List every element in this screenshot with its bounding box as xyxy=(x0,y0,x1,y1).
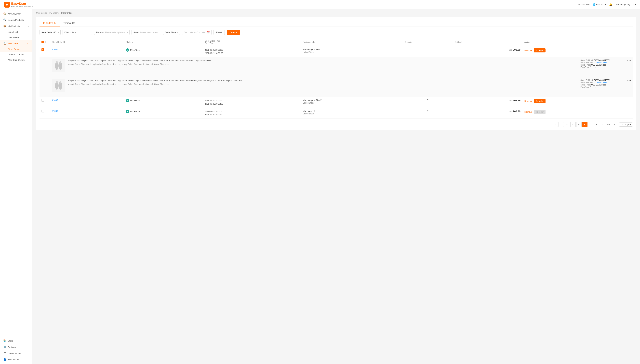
user-menu[interactable]: Marymarymary Lee ▾ xyxy=(616,3,636,6)
bell-icon: 🔔 xyxy=(609,3,612,6)
order-id-link[interactable]: #1009 xyxy=(52,48,58,51)
breadcrumb-user-center[interactable]: User Center xyxy=(36,12,47,14)
tab-remove[interactable]: Remove (1) xyxy=(60,20,78,26)
order-id-dropdown[interactable]: Store Orders ID ▾ xyxy=(40,30,61,35)
row-check-cell xyxy=(40,46,50,57)
row-checkbox[interactable] xyxy=(42,110,44,112)
th-check xyxy=(40,38,50,46)
our-service-link[interactable]: Our Service xyxy=(578,3,589,6)
remove-button[interactable]: Remove xyxy=(524,111,532,113)
language-selector[interactable]: 🌐 EN/USD ▾ xyxy=(593,3,606,6)
row-time: 2021-09-21 18:00:00 2021-09-21 18:00:00 xyxy=(203,108,301,118)
breadcrumb: User Center / My Orders / Store Orders xyxy=(36,12,636,14)
to-order-button[interactable]: To order xyxy=(534,48,546,52)
store-select[interactable]: Store Please select store ▾ xyxy=(131,30,161,35)
header-checkbox[interactable] xyxy=(46,41,48,44)
info-icon: ⓘ xyxy=(313,110,315,112)
chevron-down-icon: ▾ xyxy=(630,123,631,126)
sidebar-item-label: My EasyDser xyxy=(8,12,21,15)
per-page-selector[interactable]: 10 / page ▾ xyxy=(619,122,633,126)
svg-point-5 xyxy=(56,81,58,83)
product-image xyxy=(52,79,65,92)
page-8-button[interactable]: 8 xyxy=(594,122,599,127)
th-quantity: Quantity xyxy=(403,38,453,46)
chevron-down-icon: ▾ xyxy=(158,32,159,33)
order-time-dropdown[interactable]: Order Time ▾ xyxy=(163,30,180,35)
row-checkbox[interactable] xyxy=(42,48,44,51)
connect-sku-link[interactable]: Connect SKU xyxy=(595,62,607,64)
filter-orders-input[interactable] xyxy=(63,30,92,35)
search-button[interactable]: Search xyxy=(227,30,240,35)
to-order-button[interactable]: To order xyxy=(534,99,546,103)
page-6-button[interactable]: 6 xyxy=(582,122,587,127)
easydser-price: EasyDser Price: - xyxy=(580,66,621,68)
sidebar-sub-item-store-orders[interactable]: Store Orders xyxy=(0,46,32,52)
product-variant: Variant: Color: Blue, size: L ,style:onl… xyxy=(68,63,578,66)
notification-bell[interactable]: 🔔 xyxy=(609,3,612,6)
row-platform: M MikeStore xyxy=(124,46,203,57)
page-50-button[interactable]: 50 xyxy=(606,122,611,127)
product-col-empty xyxy=(40,57,50,77)
row-checkbox[interactable] xyxy=(42,99,44,102)
sidebar: 🏠 My EasyDser 🔍 Search Products 📦 My Pro… xyxy=(0,9,32,364)
chevron-down-icon: ▾ xyxy=(605,3,606,6)
product-quantity: x 33 xyxy=(624,59,631,62)
sidebar-item-store[interactable]: 🏪 Store xyxy=(0,338,32,344)
row-platform: M MikeStore xyxy=(124,108,203,118)
product-title: EasyDser title: Original XGIMI H2P Origi… xyxy=(68,59,578,62)
store-icon: 🏪 xyxy=(3,339,6,342)
sidebar-item-label: Search Products xyxy=(8,19,24,21)
sidebar-sub-item-purchase-orders[interactable]: Purchase Orders xyxy=(0,52,32,57)
dots-1: ··· xyxy=(564,122,570,127)
order-id-link[interactable]: #1009 xyxy=(52,99,58,102)
sidebar-item-search-products[interactable]: 🔍 Search Products xyxy=(0,17,32,23)
platform-select[interactable]: Platform Please select platform ▾ xyxy=(94,30,130,35)
recipient-name-text: Marymaryma Zhu xyxy=(303,48,320,51)
reset-button[interactable]: Reset xyxy=(214,30,225,35)
date-range-picker[interactable]: Start date → End date 📅 xyxy=(182,30,211,35)
store-sku: Store SKU: XUE48394839843001 xyxy=(580,79,621,82)
product-detail-row: EasyDser title: Original XGIMI H2P Origi… xyxy=(40,77,633,97)
globe-icon: 🌐 xyxy=(593,3,595,6)
logo-sub: Easy Sell, Easy Dropshipping xyxy=(11,6,33,8)
logo-area[interactable]: e EasyDser Easy Sell, Easy Dropshipping xyxy=(4,2,33,8)
sidebar-item-download-list[interactable]: ☰ Download List xyxy=(0,350,32,356)
row-time: 2021-09-21 18:00:00 2021-09-21 18:00:00 xyxy=(203,46,301,57)
connect-sku-link[interactable]: Connect SKU xyxy=(595,82,607,84)
sidebar-item-my-products[interactable]: 📦 My Products ▾ xyxy=(0,23,32,29)
prev-page-button[interactable]: ‹ xyxy=(553,122,558,127)
tab-to-orders[interactable]: To Orders (5) xyxy=(40,20,60,26)
row-recipient: Marymaryma Zhu ⓘ United State xyxy=(301,97,403,108)
currency-label: USD xyxy=(509,49,513,51)
chevron-down-icon: ▾ xyxy=(635,3,636,6)
next-page-button[interactable]: › xyxy=(612,122,617,127)
sidebar-sub-item-import-list[interactable]: Import List xyxy=(0,29,32,35)
chevron-down-icon: ▾ xyxy=(177,32,178,33)
pagination: ‹ 1 ··· 4 5 6 7 8 ··· 50 › 10 / page ▾ xyxy=(40,122,633,127)
sidebar-item-settings[interactable]: ⚙️ Settings xyxy=(0,344,32,350)
breadcrumb-my-orders[interactable]: My Orders xyxy=(49,12,59,14)
remove-button[interactable]: Remove xyxy=(524,100,532,102)
sidebar-item-my-orders[interactable]: 📋 My Orders ▾ xyxy=(0,40,32,46)
home-icon: 🏠 xyxy=(3,12,6,15)
sidebar-item-my-easydser[interactable]: 🏠 My EasyDser xyxy=(0,10,32,17)
recipient-country: United State xyxy=(303,112,401,115)
page-7-button[interactable]: 7 xyxy=(588,122,593,127)
sidebar-sub-item-connection[interactable]: Connection xyxy=(0,35,32,40)
sidebar-item-label: My Orders xyxy=(8,42,18,44)
sidebar-item-my-account[interactable]: 👤 My Account xyxy=(0,356,32,363)
order-id-link[interactable]: #1009 xyxy=(52,110,58,112)
remove-button[interactable]: Remove xyxy=(524,49,532,52)
arrow-icon: → xyxy=(194,31,196,34)
svg-point-7 xyxy=(59,81,61,83)
row-quantity: 7 xyxy=(403,97,453,108)
product-quantity: x 33 xyxy=(624,79,631,82)
subtotal-amount: 203.99 xyxy=(513,110,521,112)
header-right: Our Service 🌐 EN/USD ▾ 🔔 Marymarymary Le… xyxy=(578,3,636,6)
page-4-button[interactable]: 4 xyxy=(570,122,576,127)
sidebar-sub-item-after-sale-orders[interactable]: After-Sale Orders xyxy=(0,57,32,63)
product-detail-cell: EasyDser title: Original XGIMI H2P Origi… xyxy=(50,77,633,97)
page-1-button[interactable]: 1 xyxy=(558,122,564,127)
page-5-button[interactable]: 5 xyxy=(576,122,582,127)
chevron-down-icon: ▾ xyxy=(58,32,59,33)
